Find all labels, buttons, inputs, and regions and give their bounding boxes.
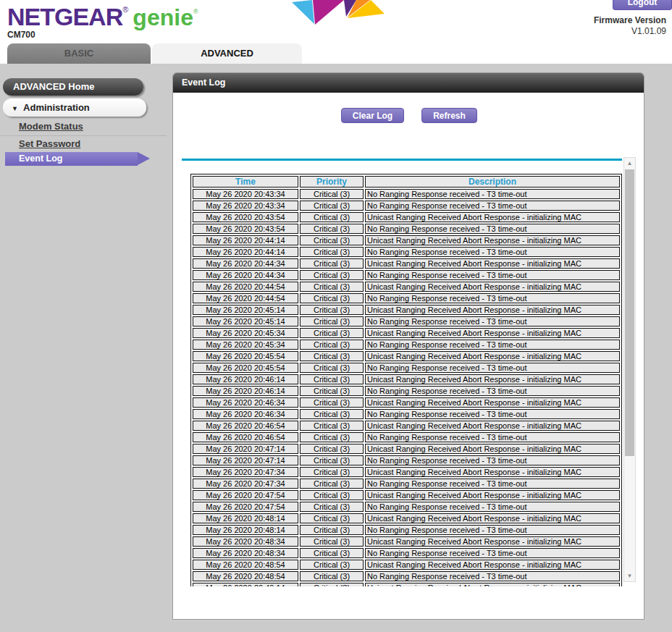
priority-cell: Critical (3) — [300, 444, 364, 454]
time-cell: May 26 2020 20:48:54 — [193, 571, 298, 581]
description-cell: Unicast Ranging Received Abort Response … — [365, 583, 620, 586]
table-row: May 26 2020 20:48:54Critical (3)No Rangi… — [193, 571, 620, 581]
clear-log-button[interactable]: Clear Log — [341, 108, 404, 123]
description-cell: No Ranging Response received - T3 time-o… — [365, 432, 620, 442]
priority-cell: Critical (3) — [300, 224, 364, 234]
priority-cell: Critical (3) — [300, 351, 364, 361]
priority-cell: Critical (3) — [300, 548, 364, 558]
sidebar-item-set-password[interactable]: Set Password — [19, 138, 80, 149]
table-row: May 26 2020 20:46:14Critical (3)No Rangi… — [193, 386, 620, 396]
time-cell: May 26 2020 20:44:34 — [193, 258, 298, 269]
priority-cell: Critical (3) — [300, 421, 364, 431]
description-cell: No Ranging Response received - T3 time-o… — [365, 201, 620, 211]
table-row: May 26 2020 20:44:54Critical (3)No Rangi… — [193, 293, 620, 303]
table-row: May 26 2020 20:46:34Critical (3)No Rangi… — [193, 409, 620, 419]
priority-cell: Critical (3) — [300, 305, 364, 315]
description-cell: Unicast Ranging Received Abort Response … — [365, 258, 620, 269]
priority-cell: Critical (3) — [300, 513, 364, 523]
time-cell: May 26 2020 20:48:14 — [193, 525, 298, 535]
scroll-down-icon[interactable]: ▼ — [624, 570, 635, 581]
priority-cell: Critical (3) — [300, 432, 364, 442]
description-cell: Unicast Ranging Received Abort Response … — [365, 328, 620, 338]
logout-button[interactable]: Logout — [613, 0, 672, 10]
netgear-genie-logo: NETGEAR®genie® — [7, 3, 198, 31]
table-row: May 26 2020 20:43:54Critical (3)Unicast … — [193, 212, 620, 222]
model-label: CM700 — [7, 30, 35, 40]
time-cell: May 26 2020 20:48:34 — [193, 548, 298, 558]
time-cell: May 26 2020 20:45:14 — [193, 316, 298, 326]
table-row: May 26 2020 20:46:54Critical (3)No Rangi… — [193, 432, 620, 442]
priority-cell: Critical (3) — [300, 293, 364, 303]
priority-cell: Critical (3) — [300, 479, 364, 489]
sidebar-item-modem-status[interactable]: Modem Status — [19, 121, 83, 132]
table-row: May 26 2020 20:44:14Critical (3)No Rangi… — [193, 247, 620, 257]
refresh-button[interactable]: Refresh — [421, 108, 477, 123]
table-row: May 26 2020 20:44:34Critical (3)No Rangi… — [193, 270, 620, 280]
description-cell: Unicast Ranging Received Abort Response … — [365, 235, 620, 245]
table-row: May 26 2020 20:47:34Critical (3)Unicast … — [193, 467, 620, 477]
panel-title: Event Log — [173, 73, 644, 93]
time-cell: May 26 2020 20:48:34 — [193, 536, 298, 547]
sidebar-advanced-home-button[interactable]: ADVANCED Home — [3, 78, 143, 96]
description-cell: No Ranging Response received - T3 time-o… — [365, 455, 620, 465]
tab-advanced[interactable]: ADVANCED — [152, 43, 302, 64]
table-row: May 26 2020 20:45:54Critical (3)No Rangi… — [193, 363, 620, 373]
table-row: May 26 2020 20:45:14Critical (3)Unicast … — [193, 305, 620, 315]
description-cell: No Ranging Response received - T3 time-o… — [365, 363, 620, 373]
description-cell: Unicast Ranging Received Abort Response … — [365, 351, 620, 361]
time-cell: May 26 2020 20:46:14 — [193, 374, 298, 384]
table-row: May 26 2020 20:45:34Critical (3)Unicast … — [193, 328, 620, 338]
description-cell: Unicast Ranging Received Abort Response … — [365, 536, 620, 547]
time-cell: May 26 2020 20:48:14 — [193, 513, 298, 523]
description-cell: No Ranging Response received - T3 time-o… — [365, 247, 620, 257]
time-cell: May 26 2020 20:44:54 — [193, 293, 298, 303]
priority-cell: Critical (3) — [300, 536, 364, 547]
table-row: May 26 2020 20:43:34Critical (3)No Rangi… — [193, 201, 620, 211]
table-row: May 26 2020 20:48:34Critical (3)No Rangi… — [193, 548, 620, 558]
table-row: May 26 2020 20:48:54Critical (3)Unicast … — [193, 560, 620, 570]
priority-cell: Critical (3) — [300, 560, 364, 570]
firmware-version-label: Firmware Version — [594, 15, 666, 26]
time-cell: May 26 2020 20:49:14 — [193, 583, 298, 586]
description-cell: No Ranging Response received - T3 time-o… — [365, 270, 620, 280]
priority-cell: Critical (3) — [300, 212, 364, 222]
registered-mark-icon: ® — [193, 8, 198, 15]
sidebar-section-administration[interactable]: ▼ Administration — [3, 98, 146, 117]
tab-basic[interactable]: BASIC — [7, 43, 151, 64]
description-cell: No Ranging Response received - T3 time-o… — [365, 525, 620, 535]
table-row: May 26 2020 20:45:14Critical (3)No Rangi… — [193, 316, 620, 326]
description-cell: No Ranging Response received - T3 time-o… — [365, 548, 620, 558]
time-cell: May 26 2020 20:45:54 — [193, 351, 298, 361]
time-cell: May 26 2020 20:43:54 — [193, 224, 298, 234]
description-cell: No Ranging Response received - T3 time-o… — [365, 189, 620, 199]
log-scroll-viewport: Time Priority Description May 26 2020 20… — [182, 161, 622, 586]
description-cell: Unicast Ranging Received Abort Response … — [365, 282, 620, 292]
description-cell: No Ranging Response received - T3 time-o… — [365, 409, 620, 419]
time-cell: May 26 2020 20:47:54 — [193, 502, 298, 512]
table-row: May 26 2020 20:47:54Critical (3)Unicast … — [193, 490, 620, 500]
priority-cell: Critical (3) — [300, 467, 364, 477]
scrollbar-thumb[interactable] — [625, 169, 634, 456]
description-cell: Unicast Ranging Received Abort Response … — [365, 513, 620, 523]
time-cell: May 26 2020 20:47:54 — [193, 490, 298, 500]
time-cell: May 26 2020 20:46:54 — [193, 432, 298, 442]
priority-cell: Critical (3) — [300, 583, 364, 586]
priority-cell: Critical (3) — [300, 258, 364, 269]
time-cell: May 26 2020 20:45:34 — [193, 328, 298, 338]
column-header-description: Description — [365, 176, 620, 188]
time-cell: May 26 2020 20:44:14 — [193, 247, 298, 257]
netgear-wordmark: NETGEAR — [7, 3, 122, 30]
priority-cell: Critical (3) — [300, 409, 364, 419]
description-cell: No Ranging Response received - T3 time-o… — [365, 386, 620, 396]
priority-cell: Critical (3) — [300, 316, 364, 326]
genie-prism-icon — [288, 0, 386, 29]
sidebar-item-event-log[interactable]: Event Log — [5, 152, 138, 166]
description-cell: Unicast Ranging Received Abort Response … — [365, 490, 620, 500]
time-cell: May 26 2020 20:45:54 — [193, 363, 298, 373]
priority-cell: Critical (3) — [300, 189, 364, 199]
priority-cell: Critical (3) — [300, 571, 364, 581]
scroll-up-icon[interactable]: ▲ — [624, 158, 635, 169]
log-scrollbar[interactable]: ▲ ▼ — [623, 157, 636, 582]
description-cell: No Ranging Response received - T3 time-o… — [365, 224, 620, 234]
priority-cell: Critical (3) — [300, 235, 364, 245]
